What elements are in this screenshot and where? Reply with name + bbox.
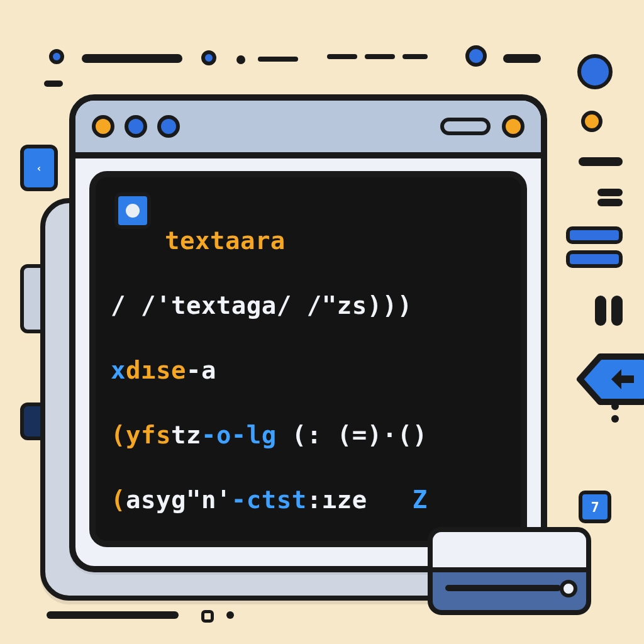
deco-dot-icon: [49, 49, 64, 64]
deco-dash-icon: [365, 54, 395, 59]
deco-dash-icon: [595, 296, 606, 326]
deco-dash-icon: [44, 80, 63, 87]
mini-panel-knob-icon[interactable]: [560, 580, 577, 597]
deco-dash-icon: [258, 57, 298, 62]
deco-dot-icon: [236, 55, 245, 64]
tag-arrow-icon[interactable]: [575, 349, 644, 409]
code-token: ))): [367, 291, 413, 319]
deco-dash-icon: [327, 54, 357, 59]
mini-panel[interactable]: [428, 527, 591, 615]
code-token: textaga: [171, 291, 277, 319]
code-token: :ıze: [307, 486, 413, 514]
code-token: dıse: [126, 356, 186, 384]
mini-panel-track-icon: [445, 585, 561, 591]
code-token: -ctst: [231, 486, 307, 514]
side-tab[interactable]: ‹: [20, 145, 58, 191]
minimize-pill-icon[interactable]: [440, 118, 491, 135]
right-badge-label: 7: [591, 499, 599, 515]
code-token: -a: [186, 356, 216, 384]
code-token: (: [111, 421, 126, 449]
deco-pill-icon: [566, 226, 623, 244]
code-token: Z: [413, 486, 428, 514]
traffic-light-icon[interactable]: [125, 115, 147, 138]
deco-dash-icon: [597, 189, 623, 196]
deco-dot-icon: [611, 415, 619, 423]
deco-dash-icon: [611, 296, 623, 326]
code-token: (: [111, 486, 126, 514]
code-token: x: [111, 356, 126, 384]
code-token: / /"zs: [277, 291, 367, 319]
traffic-light-icon[interactable]: [157, 115, 180, 138]
titlebar[interactable]: [75, 101, 541, 158]
deco-dash-icon: [597, 199, 623, 206]
deco-dot-icon: [226, 611, 234, 619]
code-content: textaara / /'textaga/ /"zs))) xdıse-a (y…: [111, 192, 509, 527]
deco-dot-icon: [201, 50, 216, 65]
app-window: textaara / /'textaga/ /"zs))) xdıse-a (y…: [69, 94, 547, 572]
code-token: (=)·(): [322, 421, 428, 449]
mini-panel-top: [433, 532, 586, 572]
code-token: (:: [292, 421, 322, 449]
deco-dash-icon: [82, 54, 182, 63]
code-token: -o-lg: [201, 421, 292, 449]
code-token: / /': [111, 291, 171, 319]
right-badge[interactable]: 7: [579, 491, 611, 523]
deco-dash-icon: [402, 54, 428, 59]
deco-square-icon: [201, 610, 214, 623]
deco-dot-icon: [581, 111, 602, 132]
deco-dot-icon: [465, 45, 487, 67]
deco-dash-icon: [503, 54, 541, 63]
deco-dot-icon: [577, 54, 613, 89]
window-controls: [92, 115, 180, 138]
deco-dash-icon: [47, 611, 179, 619]
code-token: asyg"n': [126, 486, 231, 514]
code-token: textaara: [165, 226, 286, 255]
traffic-light-icon[interactable]: [502, 115, 525, 138]
code-editor[interactable]: textaara / /'textaga/ /"zs))) xdıse-a (y…: [89, 171, 527, 547]
traffic-light-icon[interactable]: [92, 115, 114, 138]
code-token: yfs: [126, 421, 171, 449]
deco-pill-icon: [566, 250, 623, 268]
titlebar-right: [440, 115, 525, 138]
deco-dash-icon: [579, 157, 623, 166]
code-token: tz: [171, 421, 201, 449]
chevron-left-icon: ‹: [36, 162, 42, 174]
